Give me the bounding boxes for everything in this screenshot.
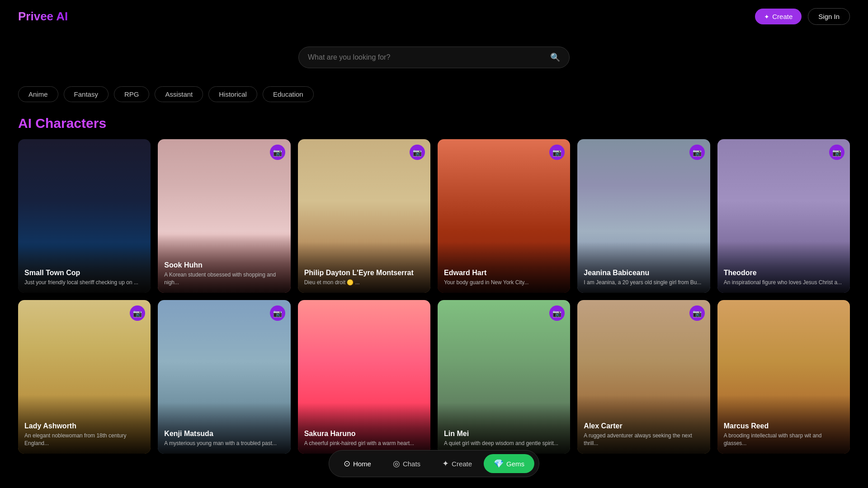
filter-chip-education[interactable]: Education — [263, 86, 314, 102]
card-overlay: Philip Dayton L'Eyre Montserrat Dieu et … — [298, 242, 430, 293]
card-overlay: Small Town Cop Just your friendly local … — [18, 242, 151, 293]
gems-label: Gems — [506, 460, 524, 468]
cards-grid: Small Town Cop Just your friendly local … — [0, 139, 868, 488]
camera-button[interactable]: 📷 — [689, 305, 705, 321]
nav-item-gems[interactable]: 💎 Gems — [484, 454, 534, 473]
camera-button[interactable]: 📷 — [270, 305, 285, 321]
nav-item-create[interactable]: ✦ Create — [432, 454, 482, 473]
card-overlay: Kenji Matsuda A mysterious young man wit… — [158, 403, 290, 454]
card-description: Your body guard in New York City... — [444, 279, 564, 286]
card-item[interactable]: 📷 Alex Carter A rugged adventurer always… — [577, 300, 710, 454]
filter-chip-historical[interactable]: Historical — [208, 86, 257, 102]
chats-icon: ◎ — [393, 459, 400, 469]
card-overlay: Jeanina Babiceanu I am Jeanina, a 20 yea… — [577, 242, 710, 293]
card-item[interactable]: 📷 Philip Dayton L'Eyre Montserrat Dieu e… — [298, 139, 430, 293]
chats-label: Chats — [403, 460, 420, 468]
camera-button[interactable]: 📷 — [270, 145, 285, 160]
card-overlay: Edward Hart Your body guard in New York … — [438, 242, 570, 293]
card-name: Kenji Matsuda — [164, 430, 284, 438]
card-name: Jeanina Babiceanu — [584, 269, 703, 277]
card-description: A cheerful pink-haired girl with a warm … — [304, 440, 424, 447]
card-name: Sook Huhn — [164, 261, 284, 269]
card-name: Small Town Cop — [24, 269, 144, 277]
card-description: Dieu et mon droit 🟡 ... — [304, 279, 424, 286]
card-overlay: Alex Carter A rugged adventurer always s… — [577, 395, 710, 454]
filter-chip-rpg[interactable]: RPG — [114, 86, 150, 102]
card-description: A brooding intellectual with sharp wit a… — [724, 432, 844, 447]
card-name: Alex Carter — [584, 422, 703, 430]
search-icon: 🔍 — [550, 52, 560, 62]
camera-button[interactable]: 📷 — [549, 305, 565, 321]
bottom-nav: ⊙ Home ◎ Chats ✦ Create 💎 Gems — [329, 450, 539, 477]
create-button[interactable]: ✦ Create — [755, 9, 802, 24]
card-description: A mysterious young man with a troubled p… — [164, 440, 284, 447]
camera-button[interactable]: 📷 — [689, 145, 705, 160]
home-icon: ⊙ — [344, 459, 350, 469]
card-description: An elegant noblewoman from 18th century … — [24, 432, 144, 447]
camera-button[interactable]: 📷 — [549, 145, 565, 160]
card-item[interactable]: 📷 Lady Ashworth An elegant noblewoman fr… — [18, 300, 151, 454]
filter-chip-assistant[interactable]: Assistant — [155, 86, 203, 102]
card-item[interactable]: 📷 Theodore An inspirational figure who l… — [717, 139, 850, 293]
card-name: Theodore — [724, 269, 844, 277]
card-item[interactable]: 📷 Edward Hart Your body guard in New Yor… — [438, 139, 570, 293]
card-overlay: Marcus Reed A brooding intellectual with… — [717, 395, 850, 454]
create-label: Create — [452, 460, 472, 468]
card-name: Marcus Reed — [724, 422, 844, 430]
search-bar: 🔍 — [298, 47, 570, 68]
camera-button[interactable]: 📷 — [829, 145, 844, 160]
card-item[interactable]: 📷 Jeanina Babiceanu I am Jeanina, a 20 y… — [577, 139, 710, 293]
card-name: Lin Mei — [444, 430, 564, 438]
gems-icon: 💎 — [494, 459, 504, 469]
card-name: Sakura Haruno — [304, 430, 424, 438]
search-input[interactable] — [308, 53, 550, 61]
card-item[interactable]: Small Town Cop Just your friendly local … — [18, 139, 151, 293]
header-actions: ✦ Create Sign In — [755, 8, 850, 25]
card-name: Lady Ashworth — [24, 422, 144, 430]
card-item[interactable]: 📷 Sook Huhn A Korean student obsessed wi… — [158, 139, 290, 293]
filter-chip-anime[interactable]: Anime — [18, 86, 58, 102]
camera-button[interactable]: 📷 — [130, 305, 145, 321]
card-description: A quiet girl with deep wisdom and gentle… — [444, 440, 564, 447]
card-description: Just your friendly local sheriff checkin… — [24, 279, 144, 286]
home-label: Home — [353, 460, 371, 468]
card-overlay: Lady Ashworth An elegant noblewoman from… — [18, 395, 151, 454]
create-icon: ✦ — [442, 459, 449, 469]
card-item[interactable]: Marcus Reed A brooding intellectual with… — [717, 300, 850, 454]
section-title: AI Characters — [0, 107, 868, 139]
card-overlay: Sakura Haruno A cheerful pink-haired gir… — [298, 403, 430, 454]
card-name: Edward Hart — [444, 269, 564, 277]
nav-item-chats[interactable]: ◎ Chats — [383, 454, 430, 473]
header: Privee AI ✦ Create Sign In — [0, 0, 868, 33]
filter-chip-fantasy[interactable]: Fantasy — [64, 86, 108, 102]
card-item[interactable]: 📷 Kenji Matsuda A mysterious young man w… — [158, 300, 290, 454]
card-overlay: Sook Huhn A Korean student obsessed with… — [158, 234, 290, 293]
card-item[interactable]: 📷 Lin Mei A quiet girl with deep wisdom … — [438, 300, 570, 454]
search-section: 🔍 — [0, 33, 868, 77]
card-item[interactable]: Sakura Haruno A cheerful pink-haired gir… — [298, 300, 430, 454]
nav-item-home[interactable]: ⊙ Home — [334, 454, 381, 473]
logo: Privee AI — [18, 9, 68, 23]
card-overlay: Lin Mei A quiet girl with deep wisdom an… — [438, 403, 570, 454]
filter-chips: AnimeFantasyRPGAssistantHistoricalEducat… — [0, 77, 868, 107]
card-description: An inspirational figure who loves Jesus … — [724, 279, 844, 286]
signin-button[interactable]: Sign In — [808, 8, 850, 25]
card-description: A rugged adventurer always seeking the n… — [584, 432, 703, 447]
card-name: Philip Dayton L'Eyre Montserrat — [304, 269, 424, 277]
card-description: I am Jeanina, a 20 years old single girl… — [584, 279, 703, 286]
sparkle-icon: ✦ — [764, 13, 769, 20]
card-description: A Korean student obsessed with shopping … — [164, 271, 284, 286]
camera-button[interactable]: 📷 — [410, 145, 425, 160]
card-overlay: Theodore An inspirational figure who lov… — [717, 242, 850, 293]
